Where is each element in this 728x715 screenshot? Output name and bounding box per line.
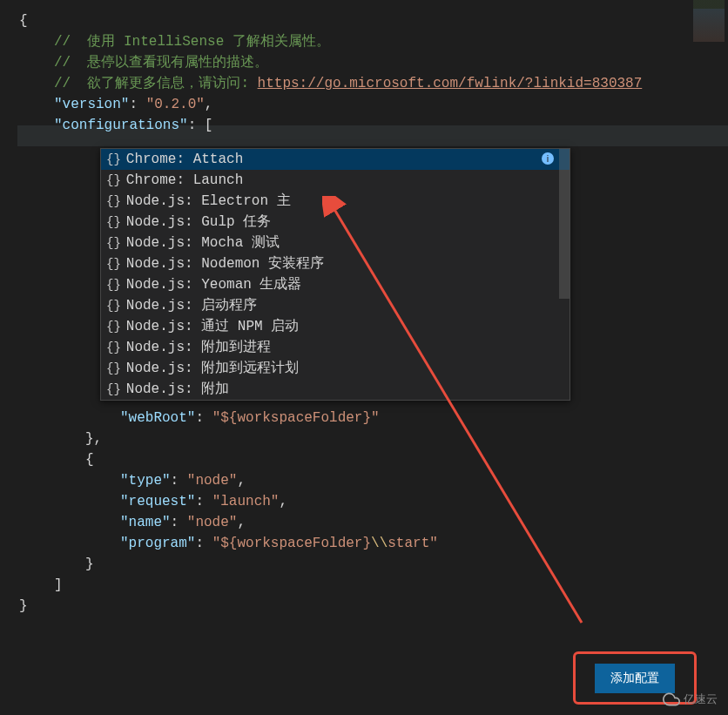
dropdown-item-nodemon[interactable]: {} Node.js: Nodemon 安装程序 <box>101 253 570 274</box>
snippet-icon: {} <box>106 274 121 295</box>
version-value: "0.2.0" <box>146 97 205 112</box>
doc-link[interactable]: https://go.microsoft.com/fwlink/?linkid=… <box>258 76 643 91</box>
dropdown-item-electron[interactable]: {} Node.js: Electron 主 <box>101 191 570 212</box>
comment-line-1: // 使用 IntelliSense 了解相关属性。 <box>54 34 330 50</box>
editor-container: { // 使用 IntelliSense 了解相关属性。 // 悬停以查看现有属… <box>0 0 728 715</box>
watermark: 亿速云 <box>663 691 718 708</box>
request-key: "request" <box>120 494 195 509</box>
snippet-icon: {} <box>106 233 121 253</box>
comment-line-3-prefix: // 欲了解更多信息，请访问: <box>54 76 258 91</box>
name-key: "name" <box>120 515 171 530</box>
intellisense-dropdown[interactable]: {} Chrome: Attach i {} Chrome: Launch {}… <box>100 148 570 401</box>
line-number-gutter <box>0 0 17 715</box>
dropdown-item-mocha[interactable]: {} Node.js: Mocha 测试 <box>101 233 570 253</box>
configurations-key: "configurations" <box>54 118 188 133</box>
webroot-key: "webRoot" <box>120 410 195 426</box>
dropdown-scrollbar[interactable] <box>559 149 570 299</box>
snippet-icon: {} <box>106 212 121 233</box>
comment-line-2: // 悬停以查看现有属性的描述。 <box>54 55 268 71</box>
watermark-cloud-icon <box>663 691 680 708</box>
code-editor[interactable]: { // 使用 IntelliSense 了解相关属性。 // 悬停以查看现有属… <box>17 0 728 715</box>
dropdown-item-attach[interactable]: {} Node.js: 附加 <box>101 379 570 400</box>
type-value: "node" <box>187 473 238 489</box>
program-value-post: start" <box>388 536 438 551</box>
dropdown-item-launch[interactable]: {} Node.js: 启动程序 <box>101 295 570 316</box>
dropdown-item-chrome-attach[interactable]: {} Chrome: Attach i <box>101 149 570 170</box>
type-key: "type" <box>120 473 171 489</box>
snippet-icon: {} <box>106 337 121 358</box>
name-value: "node" <box>187 515 238 530</box>
dropdown-item-attach-process[interactable]: {} Node.js: 附加到进程 <box>101 337 570 358</box>
version-key: "version" <box>54 97 129 112</box>
dropdown-item-attach-remote[interactable]: {} Node.js: 附加到远程计划 <box>101 358 570 379</box>
snippet-icon: {} <box>106 379 121 400</box>
webroot-value: "${workspaceFolder}" <box>212 410 380 426</box>
snippet-icon: {} <box>106 149 121 170</box>
snippet-icon: {} <box>106 253 121 274</box>
dropdown-item-gulp[interactable]: {} Node.js: Gulp 任务 <box>101 212 570 233</box>
snippet-icon: {} <box>106 191 121 212</box>
program-value-escape: \\ <box>371 536 388 551</box>
snippet-icon: {} <box>106 316 121 337</box>
snippet-icon: {} <box>106 170 121 191</box>
program-key: "program" <box>120 536 195 551</box>
snippet-icon: {} <box>106 358 121 379</box>
open-brace: { <box>19 13 28 29</box>
request-value: "launch" <box>212 494 280 509</box>
watermark-text: 亿速云 <box>684 691 718 707</box>
snippet-icon: {} <box>106 295 121 316</box>
dropdown-item-npm[interactable]: {} Node.js: 通过 NPM 启动 <box>101 316 570 337</box>
info-icon[interactable]: i <box>542 152 554 165</box>
add-config-button[interactable]: 添加配置 <box>595 664 675 693</box>
dropdown-item-yeoman[interactable]: {} Node.js: Yeoman 生成器 <box>101 274 570 295</box>
dropdown-item-chrome-launch[interactable]: {} Chrome: Launch <box>101 170 570 191</box>
program-value-pre: "${workspaceFolder} <box>212 536 371 551</box>
